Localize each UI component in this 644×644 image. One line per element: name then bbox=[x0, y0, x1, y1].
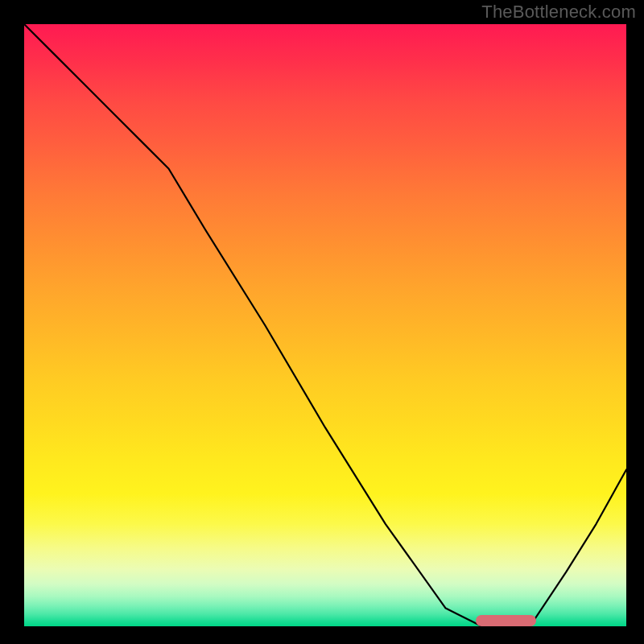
watermark-text: TheBottleneck.com bbox=[481, 2, 636, 23]
optimum-marker bbox=[476, 615, 536, 626]
bottleneck-curve bbox=[24, 24, 626, 626]
plot-area bbox=[24, 24, 626, 626]
chart-frame: TheBottleneck.com bbox=[0, 0, 644, 644]
curve-svg bbox=[24, 24, 626, 626]
